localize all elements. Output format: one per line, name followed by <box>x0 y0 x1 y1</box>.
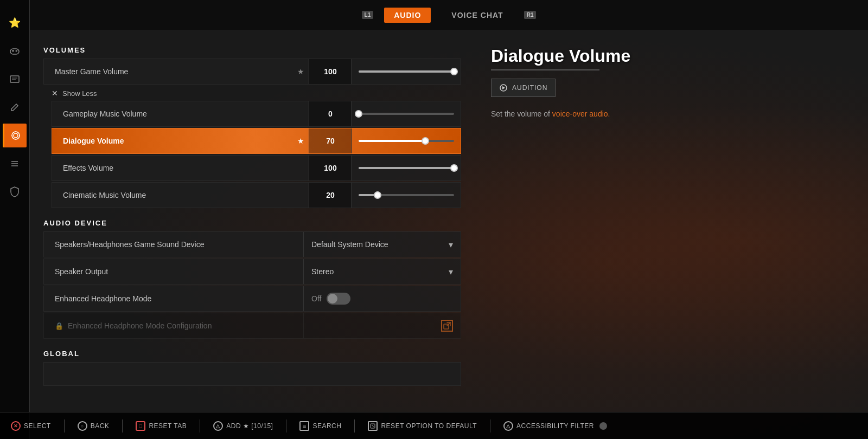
main-content: VOLUMES Master Game Volume ★ 100 ✕ Show … <box>30 30 475 412</box>
sidebar-item-edit[interactable] <box>3 95 27 119</box>
add-button[interactable]: △ ADD ★ [10/15] <box>213 421 273 431</box>
dialogue-volume-value: 70 <box>309 128 352 153</box>
bottom-bar: ✕ SELECT ○ BACK □ RESET TAB △ ADD ★ [10/… <box>0 412 868 439</box>
accessibility-label: ACCESSIBILITY FILTER <box>516 422 594 430</box>
enhanced-headphone-row[interactable]: Enhanced Headphone Mode Off <box>43 286 461 312</box>
accessibility-button[interactable]: △ ACCESSIBILITY FILTER <box>503 421 607 431</box>
accessibility-dot <box>599 422 607 430</box>
sidebar-item-audio[interactable] <box>3 124 27 147</box>
separator-3 <box>200 419 200 432</box>
headphone-config-row[interactable]: 🔒 Enhanced Headphone Mode Configuration <box>43 313 461 339</box>
sidebar-item-list[interactable] <box>3 152 27 176</box>
speaker-output-chevron-icon: ▾ <box>449 267 453 277</box>
cinematic-music-row[interactable]: Cinematic Music Volume 20 <box>52 182 461 208</box>
search-label: SEARCH <box>312 422 341 430</box>
sound-device-label: Speakers/Headphones Game Sound Device <box>44 240 303 249</box>
global-bar <box>43 362 461 386</box>
speaker-output-value[interactable]: Stereo ▾ <box>303 259 461 284</box>
separator-1 <box>64 419 65 432</box>
dialogue-volume-star[interactable]: ★ <box>292 137 309 145</box>
options-icon <box>368 421 378 431</box>
tab-audio[interactable]: AUDIO <box>384 8 431 23</box>
select-label: SELECT <box>24 422 51 430</box>
show-less-label: Show Less <box>62 89 97 98</box>
audition-label: AUDITION <box>512 84 547 92</box>
reset-option-button[interactable]: RESET OPTION TO DEFAULT <box>368 421 477 431</box>
gameplay-music-slider[interactable] <box>352 113 461 115</box>
reset-option-label: RESET OPTION TO DEFAULT <box>381 422 477 430</box>
effects-volume-slider[interactable] <box>352 167 461 169</box>
sound-device-chevron-icon: ▾ <box>449 240 453 250</box>
separator-2 <box>122 419 123 432</box>
show-less-row[interactable]: ✕ Show Less <box>43 86 461 101</box>
panel-desc-prefix: Set the volume of <box>491 109 552 118</box>
sidebar-item-favorites[interactable]: ⭐ <box>3 11 27 35</box>
separator-6 <box>490 419 490 432</box>
svg-rect-5 <box>10 76 19 82</box>
triangle-icon: △ <box>213 421 223 431</box>
cinematic-music-slider[interactable] <box>352 194 461 196</box>
sidebar-item-shield[interactable] <box>3 180 27 204</box>
config-link-area[interactable] <box>303 313 461 338</box>
headphone-config-text: Enhanced Headphone Mode Configuration <box>68 321 212 330</box>
panel-desc-highlight: voice-over audio. <box>552 109 610 118</box>
panel-divider <box>491 69 599 70</box>
back-label: BACK <box>91 422 110 430</box>
reset-tab-label: RESET TAB <box>149 422 187 430</box>
circle-icon: ○ <box>78 421 87 431</box>
right-panel: Dialogue Volume AUDITION Set the volume … <box>475 30 868 412</box>
separator-4 <box>286 419 286 432</box>
dialogue-volume-slider[interactable] <box>352 140 461 142</box>
speaker-output-selected: Stereo <box>311 267 334 276</box>
svg-line-15 <box>372 425 374 427</box>
reset-tab-button[interactable]: □ RESET TAB <box>136 421 187 431</box>
back-button[interactable]: ○ BACK <box>78 421 110 431</box>
volumes-section-header: VOLUMES <box>43 46 461 54</box>
menu-icon: ≡ <box>299 421 309 431</box>
cross-icon: ✕ <box>11 421 21 431</box>
external-link-icon[interactable] <box>441 320 453 332</box>
speaker-output-label: Speaker Output <box>44 267 303 276</box>
global-section-header: GLOBAL <box>43 350 461 358</box>
lock-icon: 🔒 <box>55 322 63 330</box>
separator-5 <box>354 419 355 432</box>
master-volume-label: Master Game Volume <box>44 67 292 76</box>
audition-button[interactable]: AUDITION <box>491 79 556 97</box>
enhanced-headphone-value: Off <box>311 294 321 303</box>
right-bumper-badge: R1 <box>524 11 537 19</box>
sidebar: ⭐ <box>0 0 30 439</box>
speaker-output-row[interactable]: Speaker Output Stereo ▾ <box>43 259 461 285</box>
svg-point-8 <box>14 133 18 138</box>
dialogue-volume-label: Dialogue Volume <box>52 137 292 145</box>
enhanced-headphone-switch[interactable] <box>327 293 350 305</box>
enhanced-headphone-toggle-area[interactable]: Off <box>303 286 461 311</box>
toggle-knob <box>328 294 337 304</box>
sidebar-item-controller[interactable] <box>3 39 27 63</box>
left-bumper-badge: L1 <box>362 11 374 19</box>
headphone-config-label: 🔒 Enhanced Headphone Mode Configuration <box>44 321 303 330</box>
svg-point-2 <box>17 49 18 50</box>
master-volume-value: 100 <box>309 59 352 84</box>
effects-volume-label: Effects Volume <box>52 164 309 172</box>
master-volume-star[interactable]: ★ <box>292 67 309 76</box>
cinematic-music-value: 20 <box>309 183 352 208</box>
gameplay-music-row[interactable]: Gameplay Music Volume 0 <box>52 101 461 127</box>
tab-voice-chat[interactable]: VOICE CHAT <box>442 8 513 23</box>
show-less-close-icon: ✕ <box>52 89 58 98</box>
panel-description: Set the volume of voice-over audio. <box>491 108 852 120</box>
dialogue-volume-row[interactable]: Dialogue Volume ★ 70 <box>52 128 461 154</box>
master-volume-slider[interactable] <box>352 70 461 73</box>
sound-device-row[interactable]: Speakers/Headphones Game Sound Device De… <box>43 231 461 257</box>
svg-rect-4 <box>12 50 14 52</box>
panel-title: Dialogue Volume <box>491 46 852 66</box>
sidebar-item-interface[interactable] <box>3 67 27 91</box>
select-button[interactable]: ✕ SELECT <box>11 421 51 431</box>
master-volume-row[interactable]: Master Game Volume ★ 100 <box>43 59 461 85</box>
gameplay-music-value: 0 <box>309 101 352 126</box>
triangle2-icon: △ <box>503 421 513 431</box>
effects-volume-row[interactable]: Effects Volume 100 <box>52 155 461 181</box>
add-label: ADD ★ [10/15] <box>226 422 273 430</box>
sound-device-value[interactable]: Default System Device ▾ <box>303 232 461 257</box>
square-icon: □ <box>136 421 145 431</box>
search-button[interactable]: ≡ SEARCH <box>299 421 341 431</box>
